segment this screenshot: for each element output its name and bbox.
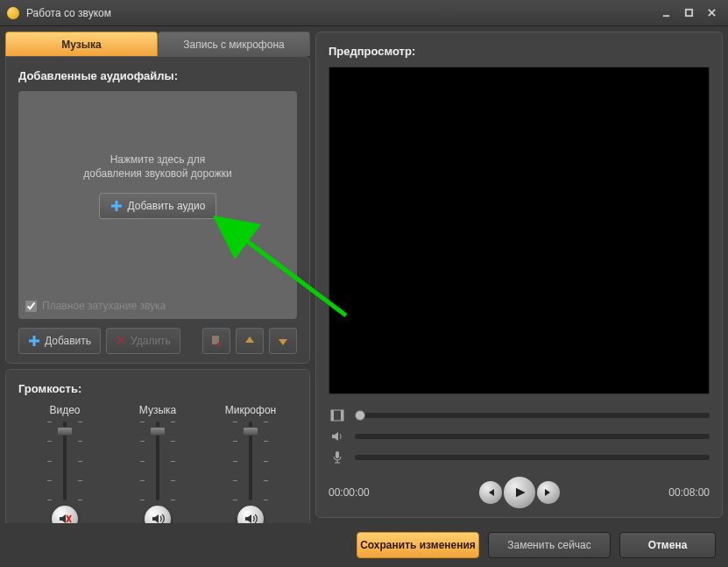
- move-down-button[interactable]: [269, 328, 297, 354]
- minimize-button[interactable]: [656, 5, 675, 21]
- track-audio: [329, 429, 710, 443]
- audio-drop-area[interactable]: Нажмите здесь для добавления звуковой до…: [18, 91, 297, 319]
- volume-music: Музыка: [117, 404, 200, 532]
- mic-icon: [329, 450, 346, 464]
- svg-rect-15: [331, 410, 334, 421]
- video-preview[interactable]: [329, 67, 710, 394]
- volume-video: Видео: [24, 404, 107, 532]
- delete-button[interactable]: Удалить: [106, 328, 180, 354]
- audio-toolbar: Добавить Удалить: [18, 328, 297, 354]
- volume-mic-slider[interactable]: [233, 422, 268, 500]
- mic-track-slider[interactable]: [355, 455, 710, 460]
- audio-files-panel: Добавленные аудиофайлы: Нажмите здесь дл…: [5, 56, 310, 364]
- delete-label: Удалить: [131, 335, 171, 347]
- drop-hint-line2: добавления звуковой дорожки: [83, 167, 231, 180]
- volume-video-label: Видео: [49, 404, 80, 416]
- volume-video-slider[interactable]: [47, 422, 82, 500]
- track-video: [329, 408, 710, 422]
- video-track-slider[interactable]: [355, 413, 710, 418]
- svg-rect-7: [29, 340, 39, 343]
- track-mic: [329, 450, 710, 464]
- svg-rect-5: [111, 205, 122, 208]
- play-button[interactable]: [504, 477, 535, 508]
- tab-mic[interactable]: Запись с микрофона: [158, 32, 310, 56]
- audio-track-slider[interactable]: [355, 434, 710, 439]
- time-row: 00:00:00 00:08:00: [329, 477, 710, 508]
- x-icon: [116, 335, 126, 348]
- move-up-button[interactable]: [236, 328, 264, 354]
- drop-hint-line1: Нажмите здесь для: [110, 153, 206, 166]
- drop-hint: Нажмите здесь для добавления звуковой до…: [83, 152, 231, 181]
- window-title: Работа со звуком: [26, 7, 653, 19]
- audio-files-title: Добавленные аудиофайлы:: [18, 69, 297, 82]
- tabs: Музыка Запись с микрофона: [5, 32, 310, 56]
- volume-music-label: Музыка: [139, 404, 176, 416]
- volume-panel: Громкость: Видео Музыка: [5, 369, 310, 533]
- cancel-button[interactable]: Отмена: [619, 532, 716, 558]
- volume-mic-label: Микрофон: [225, 404, 276, 416]
- plus-icon: [28, 335, 40, 347]
- tab-music[interactable]: Музыка: [5, 32, 158, 56]
- fade-label: Плавное затухание звука: [42, 300, 166, 312]
- footer: Сохранить изменения Заменить сейчас Отме…: [0, 523, 728, 567]
- speaker-icon: [329, 429, 346, 443]
- time-total: 00:08:00: [668, 486, 710, 499]
- add-button[interactable]: Добавить: [18, 328, 101, 354]
- preview-panel: Предпросмотр: 00:00:00: [315, 32, 723, 518]
- film-icon: [329, 408, 346, 422]
- svg-rect-17: [336, 451, 339, 458]
- maximize-button[interactable]: [679, 5, 698, 21]
- volume-music-slider[interactable]: [140, 422, 175, 500]
- edit-button[interactable]: [202, 328, 230, 354]
- svg-point-11: [217, 343, 222, 347]
- svg-rect-16: [341, 410, 343, 421]
- replace-button[interactable]: Заменить сейчас: [488, 532, 611, 558]
- plus-icon: [110, 200, 123, 212]
- play-controls: [479, 477, 560, 508]
- fade-checkbox[interactable]: [25, 301, 37, 312]
- app-icon: [7, 7, 19, 19]
- close-button[interactable]: [702, 5, 721, 21]
- fade-option[interactable]: Плавное затухание звука: [25, 300, 166, 312]
- time-current: 00:00:00: [329, 486, 370, 499]
- preview-title: Предпросмотр:: [329, 45, 710, 58]
- prev-button[interactable]: [479, 481, 502, 504]
- add-audio-button[interactable]: Добавить аудио: [99, 193, 217, 219]
- volume-title: Громкость:: [18, 382, 297, 395]
- titlebar: Работа со звуком: [0, 0, 728, 26]
- volume-mic: Микрофон: [209, 404, 293, 532]
- add-audio-label: Добавить аудио: [128, 200, 206, 212]
- next-button[interactable]: [537, 481, 560, 504]
- add-label: Добавить: [45, 335, 91, 347]
- save-button[interactable]: Сохранить изменения: [357, 532, 479, 558]
- svg-rect-1: [685, 10, 691, 16]
